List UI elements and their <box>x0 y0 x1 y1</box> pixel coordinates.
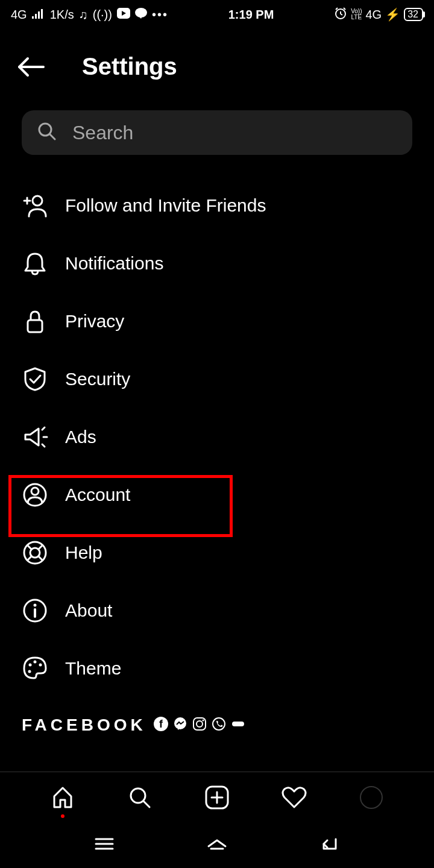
status-bar: 4G 1K/s ♫ ((·)) ••• 1:19 PM Vo))LTE 4G ⚡… <box>0 0 434 29</box>
svg-line-48 <box>143 801 149 807</box>
facebook-icon: f <box>154 717 168 734</box>
menu-label: Ads <box>65 427 96 447</box>
svg-rect-3 <box>41 9 43 19</box>
svg-point-37 <box>28 670 31 673</box>
menu-label: Account <box>65 485 130 505</box>
oculus-icon <box>231 717 245 734</box>
menu-item-notifications[interactable]: Notifications <box>22 234 412 292</box>
svg-point-24 <box>31 488 39 495</box>
svg-point-34 <box>29 664 32 667</box>
bell-icon <box>22 250 48 277</box>
menu-label: About <box>65 600 112 621</box>
app-bottom-nav <box>0 772 434 822</box>
svg-line-12 <box>344 8 345 10</box>
charging-icon: ⚡ <box>385 7 400 22</box>
svg-point-52 <box>360 787 382 808</box>
nav-activity[interactable] <box>280 783 309 812</box>
whatsapp-icon <box>212 717 226 734</box>
info-icon <box>22 597 48 624</box>
svg-rect-1 <box>35 14 37 19</box>
settings-menu: Follow and Invite Friends Notifications … <box>0 155 434 697</box>
menu-item-ads[interactable]: Ads <box>22 408 412 466</box>
svg-rect-2 <box>38 11 40 19</box>
status-right: Vo))LTE 4G ⚡ 32 <box>334 7 423 23</box>
volte-indicator: Vo))LTE <box>351 8 362 20</box>
svg-point-45 <box>213 718 225 730</box>
svg-point-43 <box>197 721 203 727</box>
search-input[interactable] <box>72 122 397 144</box>
svg-point-35 <box>34 661 37 664</box>
menu-label: Theme <box>65 658 121 679</box>
svg-line-20 <box>42 427 45 430</box>
svg-point-6 <box>135 8 147 17</box>
svg-line-27 <box>27 545 31 549</box>
shield-icon <box>22 366 48 392</box>
menu-label: Notifications <box>65 253 163 274</box>
clock: 1:19 PM <box>228 8 274 22</box>
svg-rect-0 <box>32 16 34 19</box>
status-left: 4G 1K/s ♫ ((·)) ••• <box>11 8 168 22</box>
secondary-network: 4G <box>366 8 382 22</box>
back-button[interactable] <box>17 56 46 78</box>
data-speed: 1K/s <box>50 8 74 22</box>
menu-label: Follow and Invite Friends <box>65 195 266 216</box>
menu-item-help[interactable]: Help <box>22 524 412 582</box>
svg-line-28 <box>39 545 43 549</box>
svg-line-10 <box>341 14 342 15</box>
svg-line-22 <box>42 444 45 447</box>
account-icon <box>22 482 48 508</box>
menu-item-follow-invite[interactable]: Follow and Invite Friends <box>22 177 412 234</box>
facebook-brand: FACEBOOK <box>22 715 146 735</box>
menu-item-security[interactable]: Security <box>22 350 412 408</box>
music-icon: ♫ <box>79 8 88 22</box>
search-bar[interactable] <box>22 110 412 155</box>
nav-search[interactable] <box>125 783 154 812</box>
svg-rect-46 <box>232 722 244 726</box>
menu-label: Privacy <box>65 311 124 332</box>
sys-back[interactable] <box>318 835 342 855</box>
hotspot-icon: ((·)) <box>93 8 112 22</box>
page-title: Settings <box>82 53 177 80</box>
menu-item-theme[interactable]: Theme <box>22 640 412 697</box>
nav-home[interactable] <box>48 783 77 812</box>
brand-icons: f <box>154 717 245 734</box>
menu-item-account[interactable]: Account <box>22 466 412 524</box>
signal-icon <box>32 8 45 22</box>
nav-profile[interactable] <box>357 783 386 812</box>
footer-brand: FACEBOOK f <box>0 697 434 735</box>
megaphone-icon <box>22 424 48 450</box>
svg-point-36 <box>39 664 42 667</box>
sys-home[interactable] <box>205 835 229 855</box>
svg-point-32 <box>34 604 37 607</box>
network-indicator: 4G <box>11 8 27 22</box>
header: Settings <box>0 29 434 110</box>
svg-rect-19 <box>28 320 42 332</box>
lifebuoy-icon <box>22 539 48 566</box>
menu-label: Help <box>65 542 102 563</box>
svg-marker-7 <box>139 16 142 19</box>
chat-icon <box>135 8 147 22</box>
menu-item-privacy[interactable]: Privacy <box>22 292 412 350</box>
alarm-icon <box>334 7 347 23</box>
menu-label: Security <box>65 369 130 389</box>
messenger-icon <box>173 717 187 734</box>
battery-indicator: 32 <box>404 8 423 21</box>
search-icon <box>37 122 57 143</box>
svg-line-30 <box>39 556 43 561</box>
person-add-icon <box>22 192 48 219</box>
svg-point-16 <box>33 196 42 206</box>
svg-point-26 <box>30 548 40 558</box>
menu-item-about[interactable]: About <box>22 582 412 640</box>
svg-text:f: f <box>159 718 163 730</box>
system-nav <box>0 822 434 868</box>
lock-icon <box>22 308 48 335</box>
palette-icon <box>22 655 48 682</box>
nav-add-post[interactable] <box>203 783 231 812</box>
sys-recent[interactable] <box>92 835 116 855</box>
svg-line-11 <box>336 8 338 10</box>
more-icon: ••• <box>152 8 168 22</box>
youtube-icon <box>117 8 130 22</box>
svg-line-15 <box>50 134 55 139</box>
svg-line-29 <box>27 556 31 561</box>
svg-point-44 <box>202 720 204 722</box>
